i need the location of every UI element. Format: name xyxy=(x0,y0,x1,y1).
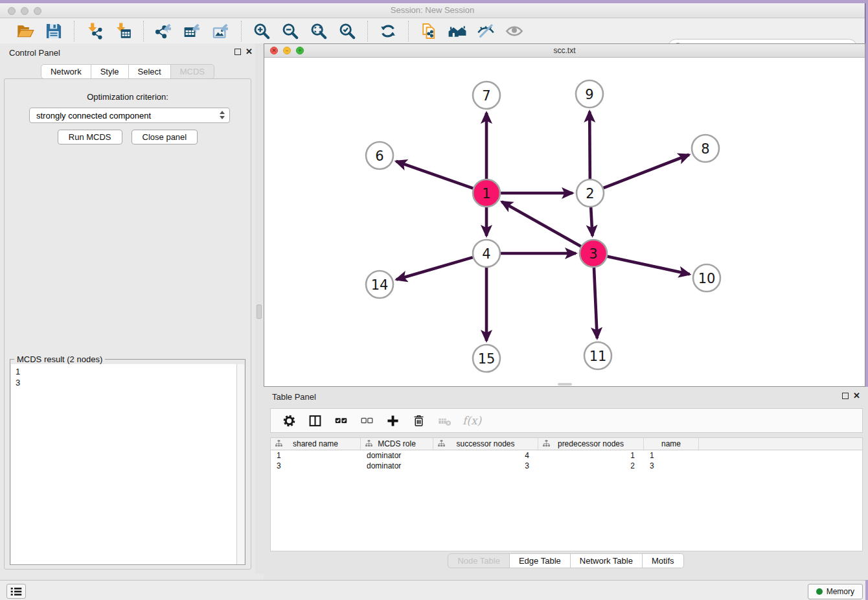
float-panel-icon[interactable] xyxy=(234,49,241,55)
import-network-button[interactable] xyxy=(84,21,106,41)
graph-node-4[interactable]: 4 xyxy=(473,240,500,267)
import-table-button[interactable] xyxy=(112,21,134,41)
table-panel: Table Panel ✕ f(x) shared name MCDS role… xyxy=(264,387,868,580)
column-header-predecessor-nodes[interactable]: predecessor nodes xyxy=(538,438,644,450)
tab-motifs[interactable]: Motifs xyxy=(643,553,684,568)
open-session-button[interactable] xyxy=(14,21,36,41)
close-panel-icon[interactable]: ✕ xyxy=(246,47,253,56)
column-header-successor-nodes[interactable]: successor nodes xyxy=(433,438,538,450)
divider-handle[interactable] xyxy=(257,305,262,319)
graph-node-1[interactable]: 1 xyxy=(473,179,500,207)
select-all-button[interactable] xyxy=(333,413,348,428)
graph-edge-2-8[interactable] xyxy=(604,155,689,188)
optimization-criterion-select[interactable]: strongly connected component xyxy=(29,108,230,123)
cell-successor-nodes[interactable]: 4 xyxy=(433,450,538,461)
cell-successor-nodes[interactable]: 3 xyxy=(433,461,538,471)
svg-text:8: 8 xyxy=(701,141,709,157)
graph-edge-4-14[interactable] xyxy=(396,257,473,279)
graph-edge-3-1[interactable] xyxy=(502,202,581,246)
gear-button[interactable] xyxy=(281,413,297,428)
cell-shared-name[interactable]: 1 xyxy=(271,450,361,461)
graph-edge-2-3[interactable] xyxy=(591,207,592,236)
table-panel-title: Table Panel xyxy=(272,392,316,402)
column-header-name[interactable]: name xyxy=(644,438,699,450)
column-header-filler xyxy=(699,438,862,450)
cell-MCDS-role[interactable]: dominator xyxy=(361,461,433,471)
table-float-icon[interactable] xyxy=(842,393,849,399)
deselect-all-button[interactable] xyxy=(359,413,374,428)
graph-node-7[interactable]: 7 xyxy=(473,82,500,109)
svg-text:11: 11 xyxy=(589,349,607,364)
delete-column-button[interactable] xyxy=(411,413,426,428)
zoom-fit-button[interactable] xyxy=(308,21,330,41)
cell-predecessor-nodes[interactable]: 1 xyxy=(538,450,644,461)
function-builder-button: f(x) xyxy=(463,414,481,427)
panel-divider[interactable] xyxy=(255,43,264,573)
table-row[interactable]: 3dominator323 xyxy=(271,461,862,471)
tab-node-table[interactable]: Node Table xyxy=(448,553,510,568)
table-close-icon[interactable]: ✕ xyxy=(853,391,860,400)
memory-button[interactable]: Memory xyxy=(808,584,863,599)
control-panel-tabs: NetworkStyleSelectMCDS xyxy=(0,64,255,79)
graph-edge-2-9[interactable] xyxy=(589,111,590,179)
column-header-shared-name[interactable]: shared name xyxy=(271,438,361,450)
graph-node-6[interactable]: 6 xyxy=(366,142,393,169)
zoom-in-button[interactable] xyxy=(251,21,273,41)
column-header-MCDS-role[interactable]: MCDS role xyxy=(361,438,433,450)
cell-name[interactable]: 3 xyxy=(644,461,699,471)
hierarchy-icon xyxy=(438,440,445,449)
tab-style[interactable]: Style xyxy=(91,64,129,79)
cell-shared-name[interactable]: 3 xyxy=(271,461,361,471)
table-row[interactable]: 1dominator411 xyxy=(271,450,862,461)
result-scrollbar[interactable] xyxy=(236,364,244,564)
home-neighborhood-button[interactable] xyxy=(446,21,468,41)
close-panel-button[interactable]: Close panel xyxy=(131,130,198,144)
cell-MCDS-role[interactable]: dominator xyxy=(361,450,433,461)
tab-mcds[interactable]: MCDS xyxy=(171,64,214,79)
graph-edge-3-11[interactable] xyxy=(594,268,597,338)
delete-table-button xyxy=(437,413,452,428)
graph-node-3[interactable]: 3 xyxy=(580,240,607,267)
graph-node-8[interactable]: 8 xyxy=(692,135,719,162)
table-panel-header: Table Panel ✕ xyxy=(264,387,868,405)
memory-label: Memory xyxy=(827,587,854,596)
network-canvas[interactable]: 7968124314101511 xyxy=(264,58,865,386)
svg-text:10: 10 xyxy=(698,271,716,286)
clone-network-button[interactable] xyxy=(418,21,440,41)
graph-edge-3-10[interactable] xyxy=(607,257,689,275)
graph-node-14[interactable]: 14 xyxy=(366,271,393,298)
tab-select[interactable]: Select xyxy=(129,64,171,79)
graph-node-9[interactable]: 9 xyxy=(576,80,603,108)
save-session-button[interactable] xyxy=(43,21,65,41)
network-title: scc.txt xyxy=(264,46,865,55)
export-image-button[interactable] xyxy=(210,21,232,41)
add-column-button[interactable] xyxy=(385,413,400,428)
show-all-button[interactable] xyxy=(503,21,525,41)
graph-node-11[interactable]: 11 xyxy=(584,342,611,369)
graph-node-15[interactable]: 15 xyxy=(473,345,500,372)
zoom-selected-button[interactable] xyxy=(336,21,358,41)
cell-name[interactable]: 1 xyxy=(644,450,699,461)
tab-network-table[interactable]: Network Table xyxy=(571,553,643,568)
window-title: Session: New Session xyxy=(0,5,865,15)
export-network-icon xyxy=(155,22,173,40)
graph-edge-1-6[interactable] xyxy=(396,161,473,189)
cell-predecessor-nodes[interactable]: 2 xyxy=(538,461,644,471)
zoom-out-button[interactable] xyxy=(279,21,301,41)
run-mcds-button[interactable]: Run MCDS xyxy=(58,130,122,144)
split-columns-button[interactable] xyxy=(307,413,323,428)
tab-edge-table[interactable]: Edge Table xyxy=(510,553,571,568)
canvas-resize-handle[interactable] xyxy=(558,383,572,386)
export-network-button[interactable] xyxy=(153,21,175,41)
mcds-result-text[interactable]: 1 3 xyxy=(11,364,237,564)
task-history-button[interactable] xyxy=(6,584,26,599)
hide-selected-button[interactable] xyxy=(475,21,497,41)
graph-node-2[interactable]: 2 xyxy=(577,179,604,207)
apply-layout-button[interactable] xyxy=(377,21,399,41)
mcds-result-group: MCDS result (2 nodes) 1 3 xyxy=(10,359,246,565)
export-table-button[interactable] xyxy=(181,21,203,41)
svg-text:15: 15 xyxy=(478,351,496,367)
graph-node-10[interactable]: 10 xyxy=(693,264,720,292)
network-graph: 7968124314101511 xyxy=(264,58,865,386)
tab-network[interactable]: Network xyxy=(41,64,91,79)
